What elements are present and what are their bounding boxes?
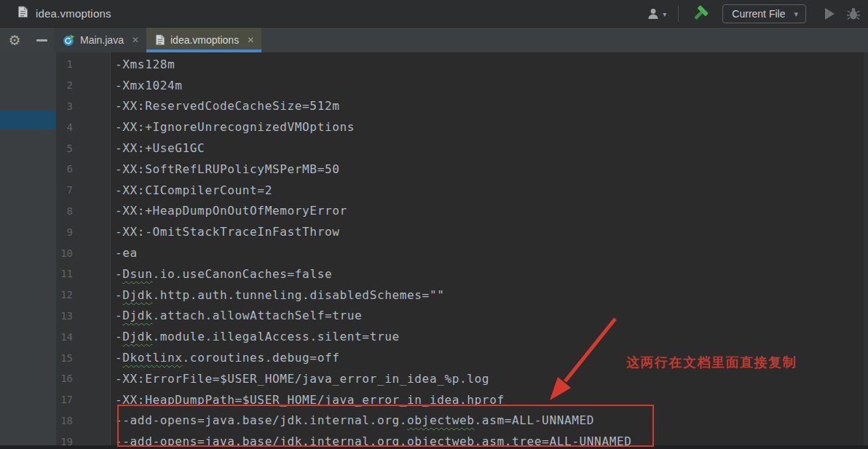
tab-label: idea.vmoptions <box>170 34 239 46</box>
tab-idea-vmoptions[interactable]: idea.vmoptions ✕ <box>146 28 261 52</box>
line-text: -XX:ErrorFile=$USER_HOME/java_error_in_i… <box>115 372 489 386</box>
scrollbar-track[interactable] <box>864 52 868 449</box>
minus-icon <box>36 39 47 41</box>
line-text: -Dkotlinx.coroutines.debug=off <box>115 351 340 365</box>
line-number: 7 <box>56 184 73 196</box>
toolbar-divider <box>678 6 679 22</box>
code-line[interactable]: 4 -XX:+IgnoreUnrecognizedVMOptions <box>56 116 864 138</box>
line-number: 13 <box>56 310 73 322</box>
build-project-button[interactable] <box>689 4 711 24</box>
tab-main-java[interactable]: Main.java ✕ <box>54 28 146 52</box>
line-number: 8 <box>56 205 73 217</box>
code-line[interactable]: 11 -Dsun.io.useCanonCaches=false <box>56 263 864 285</box>
line-text: -Dsun.io.useCanonCaches=false <box>115 267 332 281</box>
spellcheck-squiggle: Dkotlinx <box>122 351 182 365</box>
line-text: -ea <box>115 246 138 260</box>
java-class-icon <box>63 34 75 47</box>
bug-icon <box>846 7 861 21</box>
code-line[interactable]: 16 -XX:ErrorFile=$USER_HOME/java_error_i… <box>56 368 864 389</box>
play-icon <box>825 8 835 20</box>
editor-tab-bar: ⚙ Main.java ✕ idea.vmoptions ✕ <box>0 28 868 52</box>
line-number: 18 <box>56 415 73 426</box>
code-line[interactable]: 7 -XX:CICompilerCount=2 <box>56 180 864 201</box>
line-number: 16 <box>56 373 73 384</box>
chevron-down-icon: ▾ <box>794 9 798 19</box>
line-number: 14 <box>56 331 73 343</box>
line-number: 9 <box>56 226 73 238</box>
line-number: 2 <box>56 79 73 91</box>
line-text: -Djdk.module.illegalAccess.silent=true <box>115 330 400 343</box>
chevron-down-icon: ▾ <box>663 10 666 18</box>
line-number: 15 <box>56 352 73 364</box>
code-line[interactable]: 8 -XX:+HeapDumpOnOutOfMemoryError <box>56 201 864 222</box>
code-line[interactable]: 9 -XX:-OmitStackTraceInFastThrow <box>56 221 864 242</box>
line-text: -XX:-OmitStackTraceInFastThrow <box>115 225 339 239</box>
line-number: 1 <box>56 58 73 70</box>
line-number: 11 <box>56 268 73 279</box>
annotation-note: 这两行在文档里面直接复制 <box>626 354 797 371</box>
hammer-icon <box>690 4 709 23</box>
line-number: 5 <box>56 143 73 154</box>
line-number: 10 <box>56 247 73 259</box>
spellcheck-squiggle: Djdk <box>122 330 152 343</box>
line-text: -Xmx1024m <box>115 79 183 92</box>
line-text: -Xms128m <box>115 57 175 71</box>
user-icon <box>647 7 661 20</box>
spellcheck-squiggle: Djdk <box>122 309 152 322</box>
line-text: -Djdk.attach.allowAttachSelf=true <box>115 309 362 322</box>
line-text: -XX:+UseG1GC <box>115 141 205 155</box>
code-line[interactable]: 6 -XX:SoftRefLRUPolicyMSPerMB=50 <box>56 159 864 180</box>
close-icon[interactable]: ✕ <box>132 35 139 45</box>
close-icon[interactable]: ✕ <box>247 35 254 45</box>
line-text: -XX:SoftRefLRUPolicyMSPerMB=50 <box>115 162 339 176</box>
line-number: 3 <box>56 100 73 112</box>
code-line[interactable]: 12 -Djdk.http.auth.tunneling.disabledSch… <box>56 285 864 306</box>
editor-settings-button[interactable]: ⚙ <box>0 28 29 52</box>
line-number: 4 <box>56 122 73 133</box>
code-line[interactable]: 13 -Djdk.attach.allowAttachSelf=true <box>56 306 864 327</box>
user-profile-button[interactable]: ▾ <box>645 4 668 24</box>
line-text: -Djdk.http.auth.tunneling.disabledScheme… <box>115 288 444 302</box>
code-line[interactable]: 18 --add-opens=java.base/jdk.internal.or… <box>56 410 864 432</box>
run-button[interactable] <box>824 4 836 24</box>
line-number: 6 <box>56 163 73 175</box>
line-text: -XX:ReservedCodeCacheSize=512m <box>115 99 339 113</box>
run-configuration-select[interactable]: Current File ▾ <box>722 4 806 23</box>
hide-panel-button[interactable] <box>29 28 54 52</box>
spellcheck-squiggle: Dsun <box>122 267 152 281</box>
debug-button[interactable] <box>845 4 862 24</box>
code-line[interactable]: 3 -XX:ReservedCodeCacheSize=512m <box>56 96 864 117</box>
code-line[interactable]: 14 -Djdk.module.illegalAccess.silent=tru… <box>56 326 864 347</box>
code-lines: 1 -Xms128m 2 -Xmx1024m 3 -XX:ReservedCod… <box>56 54 864 449</box>
line-text: -XX:+IgnoreUnrecognizedVMOptions <box>115 120 355 134</box>
line-number: 17 <box>56 394 73 405</box>
tab-label: Main.java <box>80 34 124 46</box>
gear-icon: ⚙ <box>8 32 20 49</box>
line-text: -XX:CICompilerCount=2 <box>115 183 272 197</box>
gutter-selection-highlight <box>0 110 56 130</box>
window-bottom-edge <box>0 445 868 449</box>
line-number: 12 <box>56 289 73 301</box>
main-toolbar: ▾ Current File ▾ <box>645 0 862 28</box>
code-line[interactable]: 1 -Xms128m <box>56 54 864 75</box>
code-line[interactable]: 10 -ea <box>56 242 864 263</box>
code-line[interactable]: 5 -XX:+UseG1GC <box>56 138 864 159</box>
spellcheck-squiggle: Djdk <box>122 288 152 302</box>
spellcheck-squiggle: objectweb <box>407 413 475 427</box>
line-text: -XX:+HeapDumpOnOutOfMemoryError <box>115 204 347 218</box>
editor-pane[interactable]: 1 -Xms128m 2 -Xmx1024m 3 -XX:ReservedCod… <box>0 52 868 449</box>
window-title: idea.vmoptions <box>36 7 111 20</box>
file-icon <box>155 34 165 46</box>
code-line[interactable]: 17 -XX:HeapDumpPath=$USER_HOME/java_erro… <box>56 389 864 410</box>
file-icon <box>17 6 28 21</box>
line-text: -XX:HeapDumpPath=$USER_HOME/java_error_i… <box>115 393 505 407</box>
code-line[interactable]: 2 -Xmx1024m <box>56 75 864 96</box>
run-configuration-label: Current File <box>732 8 785 20</box>
left-gutter-strip <box>0 52 56 449</box>
line-text: --add-opens=java.base/jdk.internal.org.o… <box>115 413 594 427</box>
title-bar: idea.vmoptions ▾ Current File ▾ <box>0 0 868 28</box>
